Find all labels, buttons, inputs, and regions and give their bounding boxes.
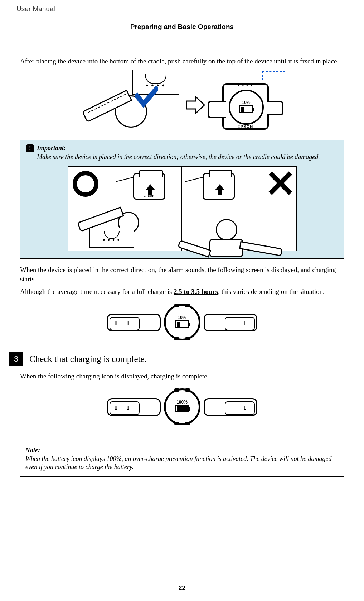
important-icon: ! — [26, 144, 34, 152]
step-number-badge: 3 — [9, 352, 23, 366]
battery-icon — [175, 320, 189, 328]
battery-percent-label: 100% — [176, 400, 188, 405]
important-label: Important: — [37, 144, 66, 152]
important-text: Make sure the device is placed in the co… — [37, 153, 338, 161]
page-number: 22 — [0, 585, 364, 592]
battery-full-icon — [175, 405, 189, 412]
charging-starts-paragraph: When the device is placed in the correct… — [20, 265, 344, 283]
svg-marker-2 — [215, 184, 224, 195]
contact-highlight-box — [262, 71, 285, 80]
wrong-orientation-illustration — [182, 166, 297, 251]
important-callout: ! Important: Make sure the device is pla… — [20, 140, 344, 259]
cradle-placement-figure: ● ● ● ● • • • • 10% — [20, 70, 344, 131]
charging-complete-figure: ▯ ▯▯ 100% — [20, 385, 344, 428]
svg-marker-0 — [186, 97, 204, 113]
wrong-mark-icon — [267, 171, 292, 195]
note-label: Note: — [25, 447, 339, 454]
blue-check-icon — [135, 86, 158, 109]
battery-percent-label: 10% — [178, 315, 186, 320]
watch-seated-illustration: • • • • 10% EPSON — [207, 70, 287, 131]
charging-screen-figure: ▯ ▯▯ 10% — [20, 301, 344, 344]
svg-marker-1 — [146, 184, 155, 195]
brand-label: EPSON — [134, 194, 164, 197]
up-arrow-icon — [215, 184, 224, 195]
note-callout: Note: When the battery icon displays 100… — [20, 443, 344, 477]
battery-percent-label: 10% — [239, 100, 253, 105]
step-title: Check that charging is complete. — [29, 354, 147, 364]
note-text: When the battery icon displays 100%, an … — [25, 455, 339, 472]
up-arrow-icon — [146, 184, 155, 195]
correct-orientation-illustration: EPSON ● ● ● ● — [68, 166, 182, 251]
charging-time-paragraph: Although the average time necessary for … — [20, 287, 344, 296]
step3-body-paragraph: When the following charging icon is disp… — [20, 372, 344, 381]
brand-label: EPSON — [224, 124, 267, 129]
page-type-label: User Manual — [14, 5, 350, 13]
charge-duration-value: 2.5 to 3.5 hours — [174, 288, 218, 295]
right-arrow-icon — [185, 95, 206, 115]
contact-inset-illustration: ● ● ● ● — [89, 228, 134, 248]
section-title: Preparing and Basic Operations — [14, 23, 350, 31]
battery-icon — [239, 105, 253, 113]
watch-wrong-illustration — [194, 219, 284, 240]
intro-paragraph: After placing the device into the bottom… — [20, 57, 344, 66]
correct-mark-icon — [73, 171, 98, 197]
